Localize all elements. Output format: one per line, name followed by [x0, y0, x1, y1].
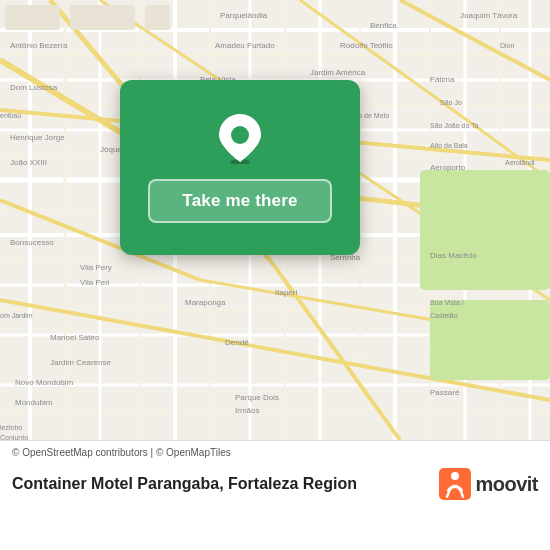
svg-text:Castelão: Castelão — [430, 312, 458, 319]
svg-text:Rodolfo Teófilo: Rodolfo Teófilo — [340, 41, 393, 50]
overlay-card: Take me there — [120, 80, 360, 255]
svg-text:Passaré: Passaré — [430, 388, 460, 397]
svg-text:Alto da Bala: Alto da Bala — [430, 142, 468, 149]
svg-text:Parque Dois: Parque Dois — [235, 393, 279, 402]
svg-text:lezinho: lezinho — [0, 424, 22, 431]
svg-text:om Jardim: om Jardim — [0, 312, 33, 319]
svg-text:Jardim Cearense: Jardim Cearense — [50, 358, 111, 367]
svg-text:São Jo: São Jo — [440, 99, 462, 106]
svg-text:Manoel Sátiro: Manoel Sátiro — [50, 333, 100, 342]
moovit-logo: moovit — [439, 468, 538, 500]
place-info: Container Motel Parangaba, Fortaleza Reg… — [12, 466, 538, 502]
svg-text:Benfica: Benfica — [370, 21, 397, 30]
svg-rect-43 — [420, 170, 550, 290]
svg-text:Boa Vista /: Boa Vista / — [430, 299, 464, 306]
location-pin-icon — [215, 113, 265, 163]
svg-text:Amadeu Furtado: Amadeu Furtado — [215, 41, 275, 50]
svg-text:Vila Pery: Vila Pery — [80, 263, 112, 272]
svg-text:Dion: Dion — [500, 42, 515, 49]
svg-text:enibaú: enibaú — [0, 112, 21, 119]
svg-text:Dendê: Dendê — [225, 338, 249, 347]
svg-text:Bonsucesso: Bonsucesso — [10, 238, 54, 247]
svg-text:Itaperi: Itaperi — [275, 288, 297, 297]
svg-text:Maraponga: Maraponga — [185, 298, 226, 307]
take-me-there-button[interactable]: Take me there — [148, 179, 331, 223]
svg-text:Antônio Bezerra: Antônio Bezerra — [10, 41, 68, 50]
svg-text:Mondubim: Mondubim — [15, 398, 53, 407]
svg-text:Jardim América: Jardim América — [310, 68, 366, 77]
moovit-text: moovit — [475, 473, 538, 496]
svg-text:Dom Lustosa: Dom Lustosa — [10, 83, 58, 92]
svg-text:Henrique Jorge: Henrique Jorge — [10, 133, 65, 142]
place-name: Container Motel Parangaba, Fortaleza Reg… — [12, 475, 357, 493]
svg-text:Vila Peri: Vila Peri — [80, 278, 110, 287]
svg-text:Parquelândia: Parquelândia — [220, 11, 268, 20]
svg-text:Joaquim Távora: Joaquim Távora — [460, 11, 518, 20]
svg-rect-47 — [145, 5, 170, 30]
map-container: Antônio Bezerra Parquelândia Amadeu Furt… — [0, 0, 550, 440]
map-attribution: © OpenStreetMap contributors | © OpenMap… — [12, 447, 538, 458]
moovit-icon — [439, 468, 471, 500]
svg-rect-45 — [5, 5, 60, 30]
bottom-bar: © OpenStreetMap contributors | © OpenMap… — [0, 440, 550, 550]
svg-text:Fátima: Fátima — [430, 75, 455, 84]
svg-rect-46 — [70, 5, 135, 30]
svg-text:Dias Macêdo: Dias Macêdo — [430, 251, 477, 260]
svg-text:Irmãos: Irmãos — [235, 406, 259, 415]
svg-text:Conjunto: Conjunto — [0, 434, 28, 440]
svg-text:João XXIII: João XXIII — [10, 158, 47, 167]
svg-point-97 — [451, 472, 459, 480]
svg-text:São João do Ta: São João do Ta — [430, 122, 479, 129]
svg-text:Aeroporto: Aeroporto — [430, 163, 466, 172]
svg-text:Novo Mondubim: Novo Mondubim — [15, 378, 74, 387]
svg-text:Aerolândi: Aerolândi — [505, 159, 535, 166]
svg-point-95 — [231, 126, 249, 144]
